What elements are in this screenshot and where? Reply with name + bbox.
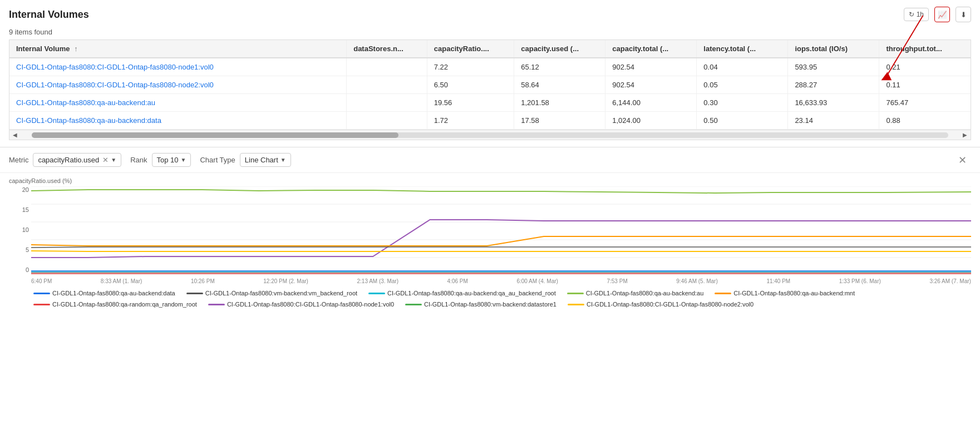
cell-datastores (347, 94, 427, 112)
legend-item: CI-GDL1-Ontap-fas8080:qa-au-backend:au (567, 290, 715, 296)
internal-volumes-table: Internal Volume ↑ dataStores.n... capaci… (9, 39, 971, 140)
x-tick-4: 2:13 AM (3. Mar) (357, 278, 398, 284)
refresh-button[interactable]: ↻ 1h (904, 8, 929, 21)
legend-item: CI-GDL1-Ontap-fas8080:qa-au-backend:mnt (715, 290, 866, 296)
legend-line (186, 293, 203, 294)
cell-iops: 16,633.93 (788, 94, 879, 112)
cell-internal-volume[interactable]: CI-GDL1-Ontap-fas8080:qa-au-backend:au (9, 94, 347, 112)
chart-svg (31, 186, 971, 275)
y-tick-20: 20 (9, 186, 29, 193)
chart-type-value: Line Chart (245, 156, 278, 164)
chart-toggle-button[interactable]: 📈 (934, 7, 950, 22)
legend-line (208, 304, 225, 305)
chart-icon: 📈 (938, 11, 947, 19)
cell-datastores (347, 112, 427, 130)
chart-area: capacityRatio.used (%) 20 15 10 5 0 (0, 173, 980, 286)
col-header-internal-volume[interactable]: Internal Volume ↑ (9, 40, 347, 58)
legend-item: CI-GDL1-Ontap-fas8080:vm-backend:vm_back… (186, 290, 368, 296)
chart-y-axis-label: capacityRatio.used (%) (9, 177, 971, 184)
metric-dropdown-arrow: ▼ (111, 157, 116, 163)
legend-line (33, 293, 50, 294)
x-tick-11: 3:26 AM (7. Mar) (929, 278, 971, 284)
legend-label: CI-GDL1-Ontap-fas8080:vm-backend:datasto… (424, 301, 557, 308)
scroll-left-arrow[interactable]: ◀ (9, 132, 21, 138)
x-tick-9: 11:40 PM (766, 278, 790, 284)
internal-volume-link[interactable]: CI-GDL1-Ontap-fas8080:qa-au-backend:data (16, 116, 161, 125)
metric-label: Metric (9, 156, 28, 164)
col-header-latency[interactable]: latency.total (... (697, 40, 788, 58)
cell-latency: 0.04 (697, 58, 788, 76)
col-header-datastores[interactable]: dataStores.n... (347, 40, 427, 58)
cell-capacity-total: 6,144.00 (605, 94, 697, 112)
legend-line (405, 304, 422, 305)
col-header-capacity-ratio[interactable]: capacityRatio.... (427, 40, 514, 58)
cell-internal-volume[interactable]: CI-GDL1-Ontap-fas8080:CI-GDL1-Ontap-fas8… (9, 58, 347, 76)
close-chart-button[interactable]: ✕ (954, 154, 971, 166)
line-mnt (31, 236, 971, 246)
cell-throughput: 0.21 (879, 58, 971, 76)
chart-type-dropdown[interactable]: Line Chart ▼ (240, 153, 291, 167)
cell-throughput: 765.47 (879, 94, 971, 112)
cell-capacity-total: 1,024.00 (605, 112, 697, 130)
scroll-right-arrow[interactable]: ▶ (959, 132, 971, 138)
chart-canvas: 20 15 10 5 0 (9, 186, 971, 284)
x-tick-6: 6:00 AM (4. Mar) (516, 278, 558, 284)
chart-section: Metric capacityRatio.used ✕ ▼ Rank Top 1… (0, 147, 980, 317)
table-row: CI-GDL1-Ontap-fas8080:CI-GDL1-Ontap-fas8… (9, 76, 971, 94)
cell-latency: 0.50 (697, 112, 788, 130)
export-icon: ⬇ (961, 11, 967, 19)
sort-icon-internal-volume: ↑ (74, 45, 78, 53)
chart-legend: CI-GDL1-Ontap-fas8080:qa-au-backend:data… (0, 286, 980, 317)
scrollbar-thumb[interactable] (32, 132, 398, 138)
metric-value: capacityRatio.used (38, 156, 99, 164)
cell-capacity-total: 902.54 (605, 76, 697, 94)
col-header-iops[interactable]: iops.total (IO/s) (788, 40, 879, 58)
y-tick-15: 15 (9, 206, 29, 213)
col-header-capacity-used[interactable]: capacity.used (... (514, 40, 605, 58)
rank-dropdown-arrow: ▼ (181, 157, 186, 163)
internal-volume-link[interactable]: CI-GDL1-Ontap-fas8080:CI-GDL1-Ontap-fas8… (16, 63, 214, 71)
header-actions: ↻ 1h 📈 ⬇ (904, 7, 971, 22)
legend-label: CI-GDL1-Ontap-fas8080:vm-backend:vm_back… (205, 290, 357, 296)
legend-label: CI-GDL1-Ontap-fas8080:CI-GDL1-Ontap-fas8… (227, 301, 394, 308)
scrollbar-track[interactable] (32, 132, 948, 138)
cell-internal-volume[interactable]: CI-GDL1-Ontap-fas8080:qa-au-backend:data (9, 112, 347, 130)
rank-value: Top 10 (157, 156, 179, 164)
internal-volume-link[interactable]: CI-GDL1-Ontap-fas8080:CI-GDL1-Ontap-fas8… (16, 81, 214, 89)
cell-capacity-used: 1,201.58 (514, 94, 605, 112)
legend-label: CI-GDL1-Ontap-fas8080:qa-au-backend:au (586, 290, 704, 296)
chart-controls: Metric capacityRatio.used ✕ ▼ Rank Top 1… (0, 147, 980, 173)
metric-clear-button[interactable]: ✕ (102, 156, 109, 164)
cell-latency: 0.30 (697, 94, 788, 112)
y-tick-0: 0 (9, 266, 29, 273)
cell-iops: 288.27 (788, 76, 879, 94)
legend-item: CI-GDL1-Ontap-fas8080:qa-au-backend:data (33, 290, 186, 296)
cell-throughput: 0.11 (879, 76, 971, 94)
legend-label: CI-GDL1-Ontap-fas8080:qa-random:qa_rando… (52, 301, 197, 308)
cell-capacity-ratio: 6.50 (427, 76, 514, 94)
col-header-throughput[interactable]: throughput.tot... (879, 40, 971, 58)
table-header-row: Internal Volume ↑ dataStores.n... capaci… (9, 40, 971, 58)
line-au (31, 190, 971, 193)
y-tick-10: 10 (9, 226, 29, 233)
table-wrapper[interactable]: Internal Volume ↑ dataStores.n... capaci… (9, 40, 971, 130)
internal-volume-link[interactable]: CI-GDL1-Ontap-fas8080:qa-au-backend:au (16, 98, 155, 107)
horizontal-scrollbar[interactable]: ◀ ▶ (9, 130, 971, 140)
rank-label: Rank (130, 156, 147, 164)
refresh-label: 1h (917, 11, 924, 18)
legend-item: CI-GDL1-Ontap-fas8080:CI-GDL1-Ontap-fas8… (208, 301, 405, 308)
x-tick-1: 8:33 AM (1. Mar) (101, 278, 142, 284)
cell-internal-volume[interactable]: CI-GDL1-Ontap-fas8080:CI-GDL1-Ontap-fas8… (9, 76, 347, 94)
cell-capacity-ratio: 7.22 (427, 58, 514, 76)
cell-latency: 0.05 (697, 76, 788, 94)
x-tick-0: 6:40 PM (31, 278, 52, 284)
legend-item: CI-GDL1-Ontap-fas8080:vm-backend:datasto… (405, 301, 568, 308)
col-header-capacity-total[interactable]: capacity.total (... (605, 40, 697, 58)
rank-dropdown[interactable]: Top 10 ▼ (152, 153, 191, 167)
export-button[interactable]: ⬇ (956, 7, 971, 22)
legend-label: CI-GDL1-Ontap-fas8080:CI-GDL1-Ontap-fas8… (587, 301, 754, 308)
legend-line (567, 293, 584, 294)
chart-type-dropdown-arrow: ▼ (280, 157, 286, 163)
x-tick-3: 12:20 PM (2. Mar) (263, 278, 308, 284)
metric-dropdown[interactable]: capacityRatio.used ✕ ▼ (33, 153, 121, 167)
